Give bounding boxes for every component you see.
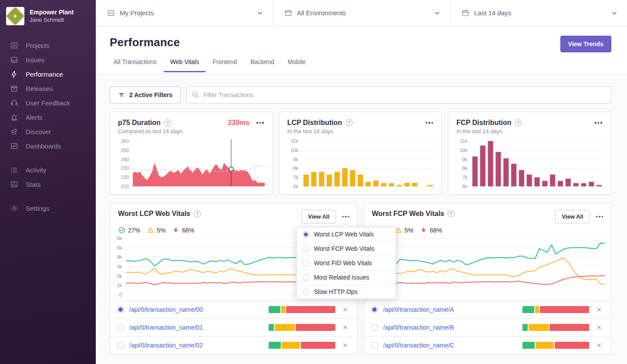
more-options-button[interactable] xyxy=(256,119,265,126)
environment-selector[interactable]: All Environments xyxy=(273,0,450,26)
active-filters-button[interactable]: 2 Active Filters xyxy=(110,86,181,104)
vital-stat: 5% xyxy=(394,226,413,234)
sidebar-item-label: Issues xyxy=(26,56,44,64)
radio-button[interactable] xyxy=(303,260,309,266)
search-icon xyxy=(192,91,199,98)
close-icon[interactable] xyxy=(340,323,350,332)
settings-icon xyxy=(10,204,18,212)
radio-button[interactable] xyxy=(303,289,309,295)
p75-value: 230ms xyxy=(228,119,249,127)
sidebar-item-label: User Feedback xyxy=(26,99,70,107)
tab-web-vitals[interactable]: Web Vitals xyxy=(164,58,206,72)
sidebar-item-discover[interactable]: Discover xyxy=(0,125,96,139)
dashboards-icon xyxy=(10,142,18,150)
sidebar-item-user-feedback[interactable]: User Feedback xyxy=(0,96,96,110)
tab-all-transactions[interactable]: All Transactions xyxy=(107,58,163,72)
sidebar-item-dashboards[interactable]: Dashboards xyxy=(0,139,96,153)
transaction-list: /api/0/transaction_name/A/api/0/transact… xyxy=(364,300,611,354)
search-input[interactable] xyxy=(186,86,611,104)
worst-fcp-chart[interactable] xyxy=(380,236,605,297)
date-range-selector[interactable]: Last 14 days xyxy=(450,0,627,26)
filter-icon xyxy=(118,91,125,98)
org-switcher[interactable]: Empower Plant Jane Schmidt xyxy=(0,0,96,31)
sidebar-item-settings[interactable]: Settings xyxy=(0,201,96,216)
transaction-list: /api/0/transaction_name/00/api/0/transac… xyxy=(110,300,357,354)
help-icon[interactable]: ? xyxy=(194,210,201,217)
vital-stat-value: 5% xyxy=(405,227,413,234)
radio-button[interactable] xyxy=(371,324,378,331)
menu-item-slow-http-ops[interactable]: Slow HTTP Ops xyxy=(297,284,396,299)
projects-icon xyxy=(107,9,115,17)
lcp-distribution-chart[interactable] xyxy=(302,139,434,188)
radio-button[interactable] xyxy=(303,274,309,281)
close-icon[interactable] xyxy=(594,340,604,350)
tab-mobile[interactable]: Mobile xyxy=(281,58,312,72)
menu-list: Worst LCP Web VitalsWorst FCP Web Vitals… xyxy=(297,227,396,299)
help-icon[interactable]: ? xyxy=(515,119,522,126)
transaction-link[interactable]: /api/0/transaction_name/02 xyxy=(129,342,263,349)
sidebar-item-label: Dashboards xyxy=(26,142,61,150)
sidebar-item-projects[interactable]: Projects xyxy=(0,38,96,53)
vital-stat: 68% xyxy=(172,226,194,234)
vital-stat: 68% xyxy=(420,226,442,234)
sidebar-item-performance[interactable]: Performance xyxy=(0,67,96,81)
radio-button[interactable] xyxy=(117,324,124,331)
releases-icon xyxy=(10,84,18,93)
view-all-button[interactable]: View All xyxy=(301,210,336,223)
transaction-link[interactable]: /api/0/transaction_name/C xyxy=(383,342,517,349)
close-icon[interactable] xyxy=(594,305,604,314)
radio-button[interactable] xyxy=(371,306,378,313)
close-icon[interactable] xyxy=(594,323,604,332)
card-title: Worst FCP Web Vitals xyxy=(372,210,444,218)
help-icon[interactable]: ? xyxy=(448,210,455,217)
transaction-link[interactable]: /api/0/transaction_name/B xyxy=(383,324,517,331)
view-trends-button[interactable]: View Trends xyxy=(560,36,611,52)
close-icon[interactable] xyxy=(340,340,350,350)
tab-backend[interactable]: Backend xyxy=(244,58,280,72)
card-subtitle: Compared to last 14 days xyxy=(118,128,265,135)
flame-icon xyxy=(172,226,179,234)
menu-item-label: Most Related Issues xyxy=(314,274,369,281)
vitals-breakdown-bar xyxy=(522,306,589,313)
sidebar-item-releases[interactable]: Releases xyxy=(0,81,96,96)
menu-item-worst-fcp-web-vitals[interactable]: Worst FCP Web Vitals xyxy=(297,241,396,256)
transaction-link[interactable]: /api/0/transaction_name/A xyxy=(383,306,517,313)
more-options-button[interactable] xyxy=(341,213,351,220)
radio-button[interactable] xyxy=(117,342,124,349)
tab-frontend[interactable]: Frontend xyxy=(206,58,243,72)
help-icon[interactable]: ? xyxy=(346,119,353,126)
radio-button[interactable] xyxy=(371,342,378,349)
transaction-link[interactable]: /api/0/transaction_name/00 xyxy=(129,306,263,313)
vitals-breakdown-bar xyxy=(522,342,589,349)
close-icon[interactable] xyxy=(340,305,350,314)
more-options-button[interactable] xyxy=(595,213,604,220)
filter-row: 2 Active Filters xyxy=(110,86,611,104)
sidebar-item-stats[interactable]: Stats xyxy=(0,177,96,192)
content: 2 Active Filters p75 Duration ? 230 xyxy=(96,74,627,364)
org-name: Empower Plant xyxy=(30,9,74,17)
p75-duration-chart[interactable] xyxy=(133,139,265,188)
sidebar: Empower Plant Jane Schmidt ProjectsIssue… xyxy=(0,0,96,364)
radio-button[interactable] xyxy=(303,231,309,238)
view-all-button[interactable]: View All xyxy=(555,210,590,223)
transaction-link[interactable]: /api/0/transaction_name/01 xyxy=(129,324,263,331)
sidebar-item-alerts[interactable]: Alerts xyxy=(0,110,96,125)
project-selector[interactable]: My Projects xyxy=(96,0,273,26)
card-options-menu: Worst LCP Web VitalsWorst FCP Web Vitals… xyxy=(296,227,396,299)
sidebar-item-activity[interactable]: Activity xyxy=(0,163,96,177)
sidebar-item-issues[interactable]: Issues xyxy=(0,53,96,67)
org-user: Jane Schmidt xyxy=(30,17,74,24)
fcp-distribution-chart[interactable] xyxy=(471,139,603,188)
help-icon[interactable]: ? xyxy=(164,119,171,126)
sidebar-item-label: Discover xyxy=(26,128,51,135)
radio-button[interactable] xyxy=(303,246,309,252)
menu-item-most-related-issues[interactable]: Most Related Issues xyxy=(297,270,396,284)
more-options-button[interactable] xyxy=(594,119,603,126)
window-icon xyxy=(284,9,292,17)
chevron-down-icon xyxy=(611,10,617,16)
menu-item-worst-fid-web-vitals[interactable]: Worst FID Web Vitals xyxy=(297,256,396,270)
radio-button[interactable] xyxy=(117,306,124,313)
summary-cards-row: p75 Duration ? 230ms Compared to last 14… xyxy=(110,111,611,195)
sidebar-item-label: Performance xyxy=(26,71,63,78)
more-options-button[interactable] xyxy=(425,119,434,126)
